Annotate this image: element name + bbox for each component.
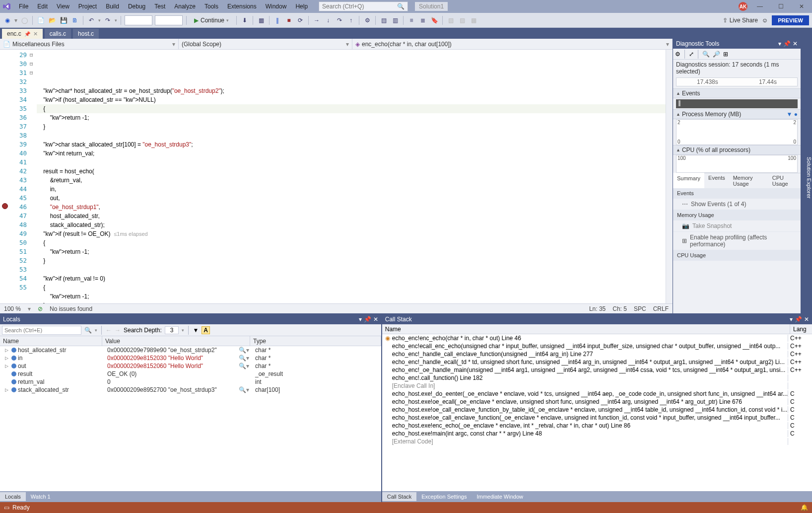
pin-icon[interactable]: 📌 [364, 316, 371, 323]
scope-project[interactable]: 📄 Miscellaneous Files ▾ [0, 39, 179, 49]
hex-icon[interactable]: ▦ [257, 16, 266, 25]
close-icon[interactable]: ✕ [373, 316, 378, 323]
show-next-icon[interactable]: → [312, 16, 321, 25]
code-editor[interactable]: 29 30 31 32 33 34 35 36 37 38 39 40 41 4… [0, 50, 673, 303]
magnifier-icon[interactable]: 🔍▾ [239, 347, 249, 354]
tab-enc-c[interactable]: enc.c📌✕ [2, 29, 43, 39]
tool6-icon[interactable]: ▧ [446, 16, 455, 25]
menu-project[interactable]: Project [74, 1, 101, 11]
menu-extensions[interactable]: Extensions [223, 1, 261, 11]
dropdown-icon[interactable]: ▾ [359, 316, 362, 323]
gear-icon[interactable]: ⚙ [675, 51, 680, 58]
callstack-row[interactable]: echo_enc!_oe_handle_main(unsigned __int6… [382, 366, 812, 374]
menu-debug[interactable]: Debug [124, 1, 149, 11]
tool3-icon[interactable]: ▥ [391, 16, 400, 25]
nav-back-icon[interactable]: ◉ [3, 16, 12, 25]
fwd-icon[interactable]: → [115, 327, 121, 334]
menu-build[interactable]: Build [102, 1, 123, 11]
diag-tab-summary[interactable]: Summary [673, 173, 704, 188]
redo-icon[interactable]: ↷ [103, 16, 112, 25]
select-icon[interactable]: ⤢ [689, 51, 694, 58]
callstack-row[interactable]: echo_host.exe!enc_echo(_oe_enclave * enc… [382, 422, 812, 430]
tab-locals[interactable]: Locals [0, 492, 26, 501]
undo-icon[interactable]: ↶ [87, 16, 96, 25]
tool8-icon[interactable]: ▩ [469, 16, 478, 25]
callstack-row[interactable]: echo_host.exe!oe_ecall(_oe_enclave * enc… [382, 398, 812, 406]
stop-icon[interactable]: ■ [284, 16, 293, 25]
zoom-out-icon[interactable]: 🔎 [713, 51, 720, 58]
menu-edit[interactable]: Edit [33, 1, 52, 11]
reset-zoom-icon[interactable]: ⊞ [723, 51, 728, 58]
events-section[interactable]: ▲Events [673, 88, 801, 98]
local-var-row[interactable]: ▷ host_allocated_str0x00000209e7989e90 "… [0, 346, 381, 354]
highlight-icon[interactable]: A [202, 326, 210, 334]
new-project-icon[interactable]: 📄 [36, 16, 45, 25]
local-var-row[interactable]: ▷ stack_allocated_str0x00000209e8952700 … [0, 386, 381, 394]
diag-tab-events[interactable]: Events [704, 173, 729, 188]
heap-profiling-button[interactable]: ⊞Enable heap profiling (affects performa… [673, 232, 801, 250]
continue-button[interactable]: ▶ Continue ▾ [190, 16, 233, 25]
config-combo[interactable] [125, 15, 152, 25]
step-out-icon[interactable]: ↑ [346, 16, 355, 25]
step-over-icon[interactable]: ↷ [335, 16, 344, 25]
notify-icon[interactable]: 🔔 [801, 504, 808, 511]
tool4-icon[interactable]: ≡ [407, 16, 416, 25]
step-icon[interactable]: ⬇ [240, 16, 249, 25]
callstack-row[interactable]: echo_host.exe!oe_call_enclave_function_b… [382, 406, 812, 414]
callstack-row[interactable]: echo_enc!ecall_enc_echo(unsigned char * … [382, 342, 812, 350]
close-button[interactable]: ✕ [793, 0, 810, 12]
pin-icon[interactable]: 📌 [783, 40, 791, 47]
breakpoint-icon[interactable] [2, 203, 8, 209]
fold-margin[interactable]: ⊟ ⊟ ⊟ [30, 50, 37, 303]
tab-exception-settings[interactable]: Exception Settings [416, 492, 472, 501]
dropdown-icon[interactable]: ▾ [790, 316, 793, 323]
filter-icon[interactable]: ▼ [193, 327, 199, 334]
solution-explorer-tab[interactable]: Solution Explorer [801, 39, 812, 313]
code-content[interactable]: "kw">char* host_allocated_str = oe_host_… [37, 50, 666, 303]
menu-tools[interactable]: Tools [201, 1, 222, 11]
maximize-button[interactable]: ☐ [772, 0, 789, 12]
breakall-icon[interactable]: ‖ [273, 16, 282, 25]
tab-immediate-window[interactable]: Immediate Window [472, 492, 528, 501]
callstack-row[interactable]: echo_host.exe!main(int argc, const char … [382, 430, 812, 438]
save-icon[interactable]: 💾 [59, 16, 68, 25]
tool7-icon[interactable]: ▨ [458, 16, 467, 25]
cpu-section[interactable]: ▲CPU (% of all processors) [673, 145, 801, 155]
scope-member[interactable]: ◈ enc_echo(char * in, char out[100]) ▾ [352, 39, 673, 49]
locals-search-input[interactable] [2, 326, 81, 335]
platform-combo[interactable] [155, 15, 183, 25]
dropdown-icon[interactable]: ▾ [778, 40, 781, 47]
callstack-row[interactable]: echo_host.exe!oe_call_enclave_function(_… [382, 414, 812, 422]
scope-class[interactable]: (Global Scope) ▾ [179, 39, 352, 49]
tab-call-stack[interactable]: Call Stack [382, 492, 417, 501]
minimize-button[interactable]: — [751, 0, 768, 12]
close-icon[interactable]: ✕ [804, 316, 809, 323]
issues-label[interactable]: No issues found [50, 305, 92, 312]
pin-icon[interactable]: 📌 [24, 31, 30, 37]
solution-name[interactable]: Solution1 [415, 2, 448, 11]
tool2-icon[interactable]: ▤ [379, 16, 388, 25]
quick-search[interactable]: 🔍 [319, 1, 408, 11]
pin-icon[interactable]: 📌 [795, 316, 802, 323]
live-share-button[interactable]: ⇪ Live Share [723, 17, 758, 24]
locals-grid[interactable]: ▷ host_allocated_str0x00000209e7989e90 "… [0, 346, 381, 491]
zoom-in-icon[interactable]: 🔍 [702, 51, 710, 58]
zoom-level[interactable]: 100 % [4, 305, 21, 312]
tab-host-c[interactable]: host.c [73, 29, 99, 39]
local-var-row[interactable]: return_val0int [0, 378, 381, 386]
callstack-row[interactable]: ◉echo_enc!enc_echo(char * in, char * out… [382, 334, 812, 342]
callstack-row[interactable]: echo_enc!_handle_call_enclave_function(u… [382, 350, 812, 358]
magnifier-icon[interactable]: 🔍▾ [239, 386, 249, 393]
search-input[interactable] [322, 3, 397, 10]
step-into-icon[interactable]: ↓ [324, 16, 333, 25]
magnifier-icon[interactable]: 🔍▾ [239, 355, 249, 362]
memory-section[interactable]: ▲Process Memory (MB)▼ ● [673, 109, 801, 119]
search-icon[interactable]: 🔍 [84, 327, 92, 334]
depth-value[interactable]: 3 [165, 326, 179, 334]
callstack-row[interactable]: echo_enc!_handle_ecall(_td * td, unsigne… [382, 358, 812, 366]
feedback-icon[interactable]: ☺ [762, 17, 768, 24]
back-icon[interactable]: ← [106, 327, 112, 334]
restart-icon[interactable]: ⟳ [296, 16, 305, 25]
menu-analyze[interactable]: Analyze [170, 1, 200, 11]
callstack-row[interactable]: echo_host.exe!_do_eenter(_oe_enclave * e… [382, 390, 812, 398]
